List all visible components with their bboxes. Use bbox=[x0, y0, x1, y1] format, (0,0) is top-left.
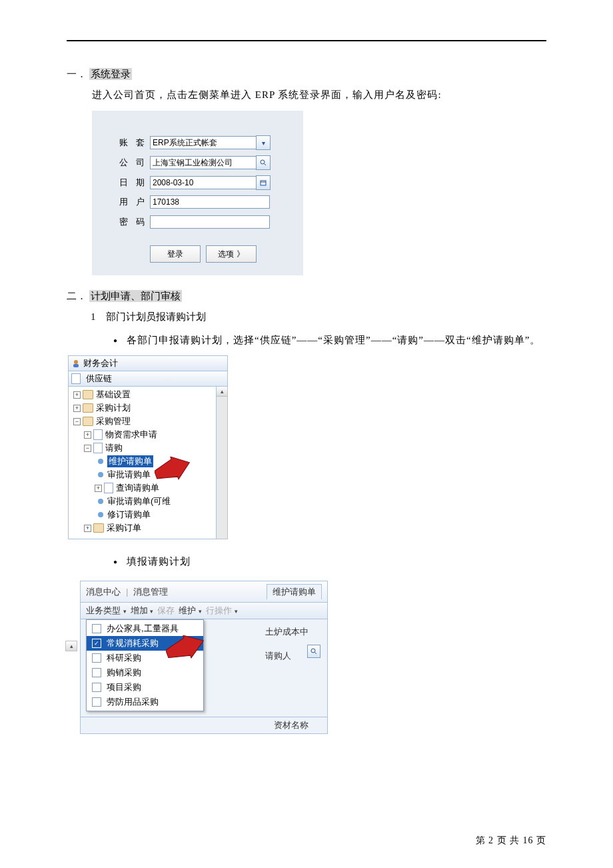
checkbox-icon[interactable] bbox=[92, 653, 101, 663]
options-button[interactable]: 选项 》 bbox=[206, 245, 257, 263]
page-icon bbox=[71, 373, 81, 384]
bullet-1-text: 各部门申报请购计划，选择“供应链”——“采购管理”——“请购”——双击“维护请购… bbox=[127, 330, 546, 350]
page-icon bbox=[93, 443, 103, 453]
account-select[interactable] bbox=[150, 136, 257, 149]
checkbox-checked-icon[interactable]: ✓ bbox=[92, 639, 101, 648]
page-icon bbox=[93, 429, 103, 440]
expand-icon[interactable]: + bbox=[84, 525, 91, 532]
dd-item-office[interactable]: 办公家具,工量器具 bbox=[87, 621, 203, 636]
expand-icon[interactable]: + bbox=[73, 405, 81, 412]
dd-item-labor[interactable]: 劳防用品采购 bbox=[87, 695, 203, 709]
scroll-up-icon[interactable]: ▴ bbox=[217, 387, 227, 397]
toolbar-rowop: 行操作 ▾ bbox=[206, 605, 238, 617]
svg-line-8 bbox=[315, 653, 317, 655]
dd-item-regular[interactable]: ✓常规消耗采购 bbox=[87, 636, 203, 651]
toolbar-biztype[interactable]: 业务类型 ▾ bbox=[86, 605, 127, 617]
tree-node-revise-req[interactable]: 修订请购单 bbox=[69, 508, 216, 521]
tab-bar: 消息中心 | 消息管理 维护请购单 bbox=[80, 581, 328, 603]
tree-header-finance[interactable]: 财务会计 bbox=[68, 355, 228, 371]
tree-node-base[interactable]: + 基础设置 bbox=[69, 388, 216, 401]
person-icon bbox=[71, 359, 81, 368]
user-input[interactable] bbox=[150, 195, 270, 209]
toolbar: 业务类型 ▾ 增加 ▾ 保存 维护 ▾ 行操作 ▾ bbox=[80, 603, 328, 619]
password-input[interactable] bbox=[150, 215, 270, 229]
dropdown-panel: ▴ 消息中心 | 消息管理 维护请购单 业务类型 ▾ 增加 ▾ 保存 维护 ▾ … bbox=[68, 581, 328, 734]
search-icon[interactable] bbox=[256, 155, 271, 170]
folder-icon bbox=[83, 390, 93, 399]
toolbar-add[interactable]: 增加 ▾ bbox=[131, 605, 154, 617]
label-date: 日 期 bbox=[119, 177, 150, 189]
field-label-material: 资材名称 bbox=[274, 719, 308, 731]
tree-node-approve-maint[interactable]: 审批请购单(可维 bbox=[69, 495, 216, 508]
search-icon[interactable] bbox=[307, 645, 320, 658]
bullet-2-text: 填报请购计划 bbox=[127, 551, 546, 571]
svg-rect-2 bbox=[261, 181, 266, 185]
field-label-requester: 请购人 bbox=[265, 650, 308, 662]
dd-item-project[interactable]: 项目采购 bbox=[87, 680, 203, 695]
toolbar-maintain[interactable]: 维护 ▾ bbox=[179, 605, 202, 617]
expand-icon[interactable]: + bbox=[73, 391, 81, 399]
bullet-icon: ● bbox=[113, 334, 117, 350]
scrollbar[interactable]: ▴ bbox=[217, 387, 228, 539]
section-2-title: 二． 计划申请、部门审核 bbox=[67, 290, 546, 303]
label-password: 密 码 bbox=[119, 216, 150, 228]
field-label-cost: 土炉成本中 bbox=[265, 626, 308, 638]
scroll-up-icon[interactable]: ▴ bbox=[65, 641, 77, 651]
expand-icon[interactable]: + bbox=[84, 431, 91, 439]
tab-msg-center[interactable]: 消息中心 bbox=[86, 586, 121, 598]
tree-node-material-req[interactable]: + 物资需求申请 bbox=[69, 428, 216, 441]
checkbox-icon[interactable] bbox=[92, 697, 101, 707]
tree-node-plan[interactable]: + 采购计划 bbox=[69, 401, 216, 415]
date-input[interactable] bbox=[150, 176, 257, 189]
tab-msg-mgmt[interactable]: 消息管理 bbox=[133, 586, 168, 598]
dot-icon bbox=[98, 512, 103, 517]
dot-icon bbox=[98, 472, 103, 477]
folder-icon bbox=[83, 417, 93, 426]
section-1-paragraph: 进入公司首页，点击左侧菜单进入 ERP 系统登录界面，输入用户名及密码: bbox=[92, 89, 546, 101]
nav-tree-panel: 财务会计 供应链 + 基础设置 + 采购计划 − bbox=[68, 355, 228, 539]
login-panel: 账 套 ▾ 公 司 日 期 用 户 密 码 登录 选项 bbox=[92, 111, 303, 275]
company-input[interactable] bbox=[150, 156, 257, 169]
svg-point-0 bbox=[261, 160, 265, 164]
collapse-icon[interactable]: − bbox=[84, 445, 91, 452]
checkbox-icon[interactable] bbox=[92, 683, 101, 692]
expand-icon[interactable]: + bbox=[95, 485, 102, 492]
label-account: 账 套 bbox=[119, 137, 150, 149]
svg-rect-5 bbox=[73, 364, 79, 367]
section-1-title: 一． 系统登录 bbox=[67, 68, 546, 81]
checkbox-icon[interactable] bbox=[92, 624, 101, 633]
toolbar-save: 保存 bbox=[157, 605, 175, 617]
checkbox-icon[interactable] bbox=[92, 668, 101, 677]
svg-point-7 bbox=[311, 649, 315, 653]
dd-item-research[interactable]: 科研采购 bbox=[87, 651, 203, 665]
tree-node-requisition[interactable]: − 请购 bbox=[69, 441, 216, 455]
tree-node-purchase-mgmt[interactable]: − 采购管理 bbox=[69, 415, 216, 428]
tree-header-supply[interactable]: 供应链 bbox=[68, 371, 228, 387]
collapse-icon[interactable]: − bbox=[73, 418, 81, 425]
folder-icon bbox=[93, 523, 104, 533]
label-company: 公 司 bbox=[119, 157, 150, 169]
calendar-icon[interactable] bbox=[256, 175, 271, 190]
svg-point-4 bbox=[74, 360, 78, 364]
tree-node-query-req[interactable]: + 查询请购单 bbox=[69, 481, 216, 495]
dot-icon bbox=[98, 459, 103, 464]
footer-bar: 资材名称 bbox=[80, 717, 328, 734]
dot-icon bbox=[98, 499, 103, 504]
tree-node-approve-req[interactable]: 审批请购单 bbox=[69, 468, 216, 481]
folder-icon bbox=[83, 403, 93, 413]
svg-line-1 bbox=[265, 164, 267, 166]
tree-node-purchase-order[interactable]: + 采购订单 bbox=[69, 521, 216, 535]
page-number: 第 2 页 共 16 页 bbox=[476, 835, 547, 847]
bullet-icon: ● bbox=[113, 555, 117, 571]
biztype-dropdown-menu: 办公家具,工量器具 ✓常规消耗采购 科研采购 购销采购 项目采购 劳防用品采购 bbox=[86, 619, 204, 711]
chevron-down-icon[interactable]: ▾ bbox=[256, 135, 271, 150]
login-button[interactable]: 登录 bbox=[150, 245, 201, 263]
label-user: 用 户 bbox=[119, 196, 150, 208]
tab-maintain-req[interactable]: 维护请购单 bbox=[267, 584, 322, 599]
page-icon bbox=[104, 483, 113, 493]
section-2-sub: 1 部门计划员报请购计划 bbox=[91, 311, 546, 323]
tree-node-maintain-req[interactable]: 维护请购单 bbox=[69, 455, 216, 468]
dd-item-sale[interactable]: 购销采购 bbox=[87, 665, 203, 680]
